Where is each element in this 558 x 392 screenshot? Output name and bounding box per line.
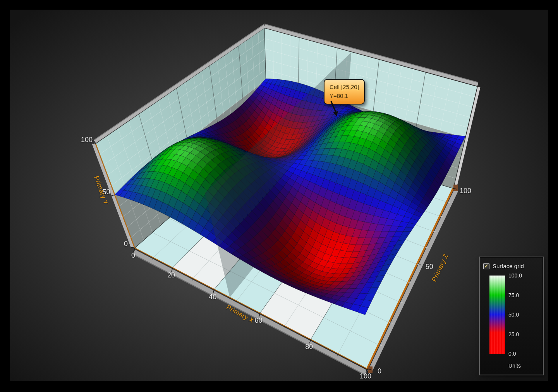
legend-scale-label: 100.0 <box>508 272 522 279</box>
legend-scale-label: 50.0 <box>508 312 519 318</box>
legend-panel[interactable]: ✔ Surface grid 100.075.050.025.00.0 Unit… <box>479 257 544 375</box>
x-axis-tick-label: 40 <box>209 293 216 301</box>
annotation-cell-line: Cell [25,20] <box>330 82 359 91</box>
z-axis-tick-label: 0 <box>378 367 381 375</box>
z-axis-tick-label: 100 <box>460 187 471 195</box>
legend-scale-label: 75.0 <box>508 292 519 298</box>
series-visibility-checkbox[interactable]: ✔ <box>483 263 489 269</box>
legend-units-label: Units <box>508 363 521 369</box>
annotation-value-line: Y=80.1 <box>330 91 359 100</box>
legend-scale-label: 0.0 <box>508 351 516 357</box>
legend-scale-label: 25.0 <box>508 331 519 337</box>
surface-3d-chart-canvas[interactable] <box>0 0 558 392</box>
legend-series-label: Surface grid <box>493 263 524 269</box>
x-axis-tick-label: 100 <box>360 372 371 380</box>
x-axis-tick-label: 80 <box>305 343 313 351</box>
x-axis-tick-label: 20 <box>167 271 175 279</box>
checkbox-check-icon: ✔ <box>484 264 489 269</box>
app-window: 020406080100050100050100 Primary X Prima… <box>0 0 558 392</box>
x-axis-tick-label: 60 <box>254 317 262 325</box>
palette-colorbar <box>489 276 505 354</box>
z-axis-tick-label: 50 <box>426 262 433 270</box>
y-axis-tick-label: 100 <box>81 136 93 144</box>
annotation-arrow-icon <box>326 99 344 118</box>
x-axis-tick-label: 0 <box>131 252 135 260</box>
y-axis-tick-label: 0 <box>124 240 128 248</box>
